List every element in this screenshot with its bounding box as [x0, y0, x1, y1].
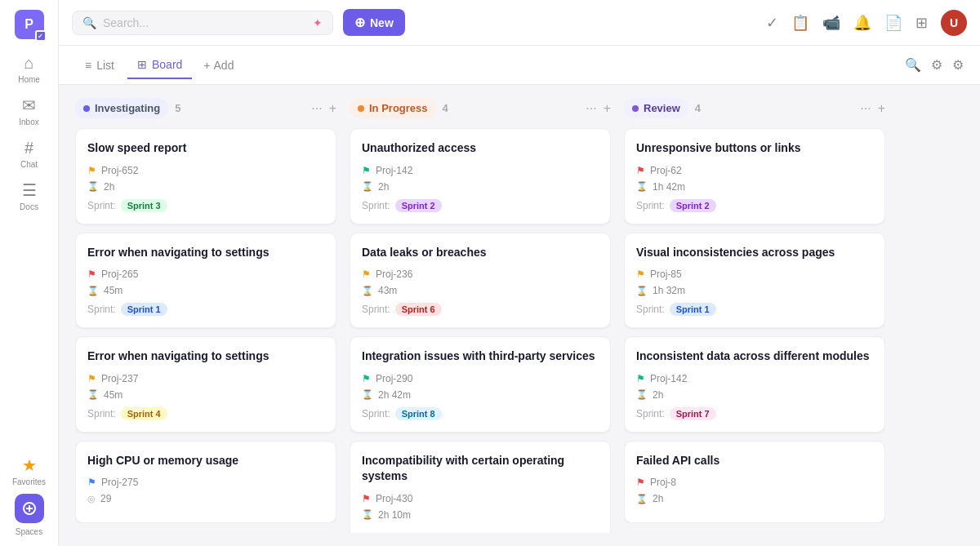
table-row[interactable]: Inconsistent data across different modul… — [624, 336, 885, 433]
inbox-icon: ✉ — [22, 95, 36, 115]
card-title: Error when navigating to settings — [87, 348, 324, 365]
table-row[interactable]: High CPU or memory usage ⚑ Proj-275 ◎ 29 — [75, 441, 336, 524]
sidebar-spaces-button[interactable] — [15, 494, 44, 523]
sprint-badge: Sprint 2 — [395, 199, 442, 212]
search-bar[interactable]: 🔍 Search... ✦ — [72, 11, 333, 35]
bell-icon[interactable]: 🔔 — [853, 14, 871, 32]
column-header-inprogress: In Progress 4 ··· + — [350, 98, 611, 118]
table-row[interactable]: Unresponsive buttons or links ⚑ Proj-62 … — [624, 128, 885, 224]
column-more-icon-inprogress[interactable]: ··· — [586, 101, 596, 116]
avatar-check-icon: ✓ — [35, 30, 47, 42]
time-icon: ⌛ — [87, 389, 99, 400]
time-icon: ⌛ — [87, 181, 99, 192]
list-icon: ≡ — [85, 59, 91, 72]
new-button[interactable]: ⊕ New — [343, 9, 405, 36]
clipboard-icon[interactable]: 📋 — [791, 14, 809, 32]
sidebar-item-favorites[interactable]: ★ Favorites — [10, 451, 49, 491]
sidebar-spaces-wrap: Spaces — [15, 494, 44, 536]
main-area: 🔍 Search... ✦ ⊕ New ✓ 📋 📹 🔔 📄 ⊞ U ≡ List… — [59, 0, 980, 546]
tab-board[interactable]: ⊞ Board — [127, 51, 192, 79]
sprint-badge: Sprint 3 — [121, 199, 167, 212]
card-meta: ⚑ Proj-62 — [636, 165, 873, 176]
flag-icon: ⚑ — [362, 269, 371, 280]
time-icon: ⌛ — [362, 286, 373, 296]
table-row[interactable]: Slow speed report ⚑ Proj-652 ⌛ 2h Sprint… — [75, 128, 336, 224]
table-row[interactable]: Error when navigating to settings ⚑ Proj… — [75, 336, 336, 433]
time-icon: ⌛ — [362, 181, 373, 192]
card-time-row: ⌛ 45m — [87, 389, 324, 401]
flag-icon: ⚑ — [362, 373, 371, 384]
column-more-icon-investigating[interactable]: ··· — [311, 101, 322, 116]
table-row[interactable]: Integration issues with third-party serv… — [350, 336, 611, 433]
card-time-row: ⌛ 2h 10m — [362, 509, 599, 521]
flag-icon: ⚑ — [362, 165, 371, 176]
time-icon: ⌛ — [87, 286, 99, 296]
card-time-row: ⌛ 2h 42m — [362, 389, 599, 401]
sprint-badge: Sprint 8 — [395, 407, 442, 420]
flag-icon: ⚑ — [636, 373, 645, 384]
topnav-icons: ✓ 📋 📹 🔔 📄 ⊞ U — [766, 10, 967, 36]
table-row[interactable]: Data leaks or breaches ⚑ Proj-236 ⌛ 43m … — [350, 233, 611, 329]
table-row[interactable]: Visual inconsistencies across pages ⚑ Pr… — [624, 233, 885, 329]
badge-dot-investigating — [83, 105, 90, 112]
cards-list-investigating: Slow speed report ⚑ Proj-652 ⌛ 2h Sprint… — [75, 128, 336, 523]
avatar[interactable]: P ✓ — [15, 10, 44, 39]
column-add-icon-investigating[interactable]: + — [329, 101, 336, 116]
number-icon: ◎ — [87, 494, 96, 504]
cards-list-inprogress: Unauthorized access ⚑ Proj-142 ⌛ 2h Spri… — [350, 128, 611, 533]
column-add-icon-review[interactable]: + — [878, 101, 885, 116]
sidebar-item-docs[interactable]: ☰ Docs — [10, 176, 49, 215]
card-time-row: ⌛ 2h — [362, 181, 599, 193]
grid-icon[interactable]: ⊞ — [915, 14, 928, 32]
card-number-row: ◎ 29 — [87, 493, 324, 504]
column-badge-review: Review — [624, 98, 688, 118]
video-icon[interactable]: 📹 — [822, 14, 840, 32]
file-icon[interactable]: 📄 — [884, 14, 902, 32]
sidebar: P ✓ ⌂ Home ✉ Inbox # Chat ☰ Docs ★ Favor… — [0, 0, 59, 546]
filter-action-icon[interactable]: ⚙ — [931, 57, 942, 73]
settings-action-icon[interactable]: ⚙ — [952, 57, 964, 73]
column-more-icon-review[interactable]: ··· — [860, 101, 871, 116]
sprint-badge: Sprint 2 — [670, 199, 716, 212]
card-sprint: Sprint: Sprint 4 — [87, 407, 324, 420]
card-sprint: Sprint: Sprint 8 — [362, 407, 599, 420]
card-meta: ⚑ Proj-142 — [362, 165, 599, 176]
table-row[interactable]: Failed API calls ⚑ Proj-8 ⌛ 2h — [624, 441, 885, 524]
sidebar-item-chat[interactable]: # Chat — [10, 134, 49, 173]
table-row[interactable]: Error when navigating to settings ⚑ Proj… — [75, 233, 336, 329]
card-time-row: ⌛ 45m — [87, 285, 324, 296]
proj-id: Proj-265 — [101, 269, 138, 280]
sidebar-item-home[interactable]: ⌂ Home — [10, 49, 49, 88]
table-row[interactable]: Incompatibility with certain operating s… — [350, 441, 611, 533]
card-title: Unresponsive buttons or links — [636, 140, 873, 157]
ai-icon: ✦ — [313, 16, 323, 29]
user-avatar[interactable]: U — [941, 10, 967, 36]
star-icon: ★ — [22, 455, 37, 475]
card-meta: ⚑ Proj-85 — [636, 269, 873, 280]
flag-icon: ⚑ — [87, 373, 96, 384]
column-inprogress: In Progress 4 ··· + Unauthorized access … — [350, 98, 611, 533]
card-title: Inconsistent data across different modul… — [636, 348, 873, 365]
column-investigating: Investigating 5 ··· + Slow speed report … — [75, 98, 336, 533]
time-icon: ⌛ — [362, 389, 373, 400]
sprint-badge: Sprint 1 — [670, 303, 716, 316]
sidebar-item-inbox[interactable]: ✉ Inbox — [10, 91, 49, 131]
card-title: Unauthorized access — [362, 140, 599, 157]
table-row[interactable]: Unauthorized access ⚑ Proj-142 ⌛ 2h Spri… — [350, 128, 611, 224]
tab-add[interactable]: + Add — [195, 52, 242, 78]
card-title: Failed API calls — [636, 453, 873, 469]
tab-list[interactable]: ≡ List — [75, 52, 124, 78]
board-icon: ⊞ — [137, 58, 147, 71]
content-header: ≡ List ⊞ Board + Add 🔍 ⚙ ⚙ — [59, 46, 980, 85]
docs-icon: ☰ — [22, 180, 37, 200]
card-meta: ⚑ Proj-237 — [87, 373, 324, 384]
proj-id: Proj-142 — [376, 165, 412, 176]
proj-id: Proj-290 — [376, 373, 412, 384]
proj-id: Proj-652 — [101, 165, 138, 176]
column-add-icon-inprogress[interactable]: + — [604, 101, 611, 116]
card-meta: ⚑ Proj-275 — [87, 477, 324, 488]
chat-icon: # — [24, 139, 33, 158]
search-action-icon[interactable]: 🔍 — [905, 57, 921, 73]
check-icon[interactable]: ✓ — [766, 14, 778, 32]
card-title: Data leaks or breaches — [362, 245, 599, 261]
